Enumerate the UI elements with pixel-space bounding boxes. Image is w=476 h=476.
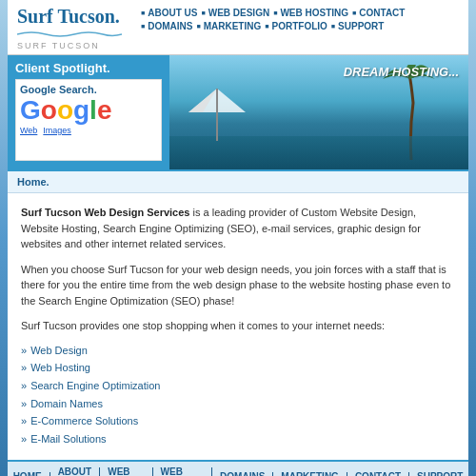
breadcrumb-bar: Home. <box>8 169 468 193</box>
pool-water <box>169 136 468 169</box>
nav-web-design[interactable]: WEB DESIGN <box>201 8 269 18</box>
logo-subtext: SURF TUCSON <box>17 41 141 50</box>
spotlight-title: Client Spotlight. <box>15 61 162 75</box>
service-item-3: Search Engine Optimization <box>21 377 455 395</box>
main-content: Surf Tucson Web Design Services is a lea… <box>8 193 468 460</box>
page-wrapper: Surf Tucson. SURF TUCSON ABOUT US WEB DE… <box>0 0 476 476</box>
google-spotlight-area: Google Search. Google Web Images <box>15 79 162 161</box>
footer-link-web-hosting[interactable]: WEB HOSTING <box>153 467 213 476</box>
hero-image: DREAM HOSTING... <box>169 55 468 169</box>
breadcrumb-text: Home. <box>17 176 50 188</box>
logo-text[interactable]: Surf Tucson. <box>17 6 141 28</box>
spotlight-hero-section: Client Spotlight. Google Search. Google … <box>8 55 468 169</box>
nav-row-1: ABOUT US WEB DESIGN WEB HOSTING CONTACT <box>141 8 459 18</box>
nav-portfolio[interactable]: PORTFOLIO <box>265 21 327 31</box>
client-spotlight: Client Spotlight. Google Search. Google … <box>8 55 169 169</box>
nav-support[interactable]: SUPPORT <box>331 21 385 31</box>
logo-area: Surf Tucson. SURF TUCSON <box>17 6 141 50</box>
google-tabs: Web Images <box>20 126 157 135</box>
company-name-bold: Surf Tucson Web Design Services <box>21 207 189 218</box>
footer-nav: HOME ABOUT US WEB DESIGN WEB HOSTING DOM… <box>8 462 468 476</box>
nav-domains[interactable]: DOMAINS <box>141 21 192 31</box>
google-label: Google Search. <box>20 84 157 95</box>
paragraph-3: Surf Tucson provides one stop shopping w… <box>21 318 455 334</box>
footer-link-home[interactable]: HOME <box>6 472 50 476</box>
right-accent-panel <box>468 0 476 476</box>
footer-link-web-design[interactable]: WEB DESIGN <box>100 467 152 476</box>
services-list: Web Design Web Hosting Search Engine Opt… <box>21 342 455 448</box>
footer-link-contact[interactable]: CONTACT <box>347 472 409 476</box>
logo-wave-graphic <box>17 30 122 38</box>
nav-about-us[interactable]: ABOUT US <box>141 8 197 18</box>
left-accent-panel <box>0 0 8 476</box>
footer-link-about-us[interactable]: ABOUT US <box>50 467 101 476</box>
nav-area: ABOUT US WEB DESIGN WEB HOSTING CONTACT … <box>141 6 459 34</box>
site-header: Surf Tucson. SURF TUCSON ABOUT US WEB DE… <box>8 0 468 55</box>
site-footer: HOME ABOUT US WEB DESIGN WEB HOSTING DOM… <box>8 460 468 476</box>
inner-content: Surf Tucson. SURF TUCSON ABOUT US WEB DE… <box>8 0 468 476</box>
google-tab-web[interactable]: Web <box>20 126 37 135</box>
umbrella-graphic <box>179 84 255 141</box>
nav-contact[interactable]: CONTACT <box>352 8 405 18</box>
intro-paragraph: Surf Tucson Web Design Services is a lea… <box>21 205 455 252</box>
nav-row-2: DOMAINS MARKETING PORTFOLIO SUPPORT <box>141 21 459 31</box>
footer-link-domains[interactable]: DOMAINS <box>212 472 273 476</box>
google-logo: Google <box>20 97 157 124</box>
service-item-5: E-Commerce Solutions <box>21 412 455 430</box>
nav-web-hosting[interactable]: WEB HOSTING <box>273 8 348 18</box>
service-item-2: Web Hosting <box>21 359 455 377</box>
google-tab-images[interactable]: Images <box>43 126 71 135</box>
hero-tagline: DREAM HOSTING... <box>344 65 459 79</box>
footer-link-support[interactable]: SUPPORT <box>409 472 470 476</box>
service-item-4: Domain Names <box>21 395 455 413</box>
paragraph-2: When you choose Surf Tucson for your web… <box>21 262 455 309</box>
footer-link-marketing[interactable]: MARKETING <box>273 472 347 476</box>
service-item-6: E-Mail Solutions <box>21 430 455 448</box>
service-item-1: Web Design <box>21 342 455 360</box>
nav-marketing[interactable]: MARKETING <box>196 21 261 31</box>
